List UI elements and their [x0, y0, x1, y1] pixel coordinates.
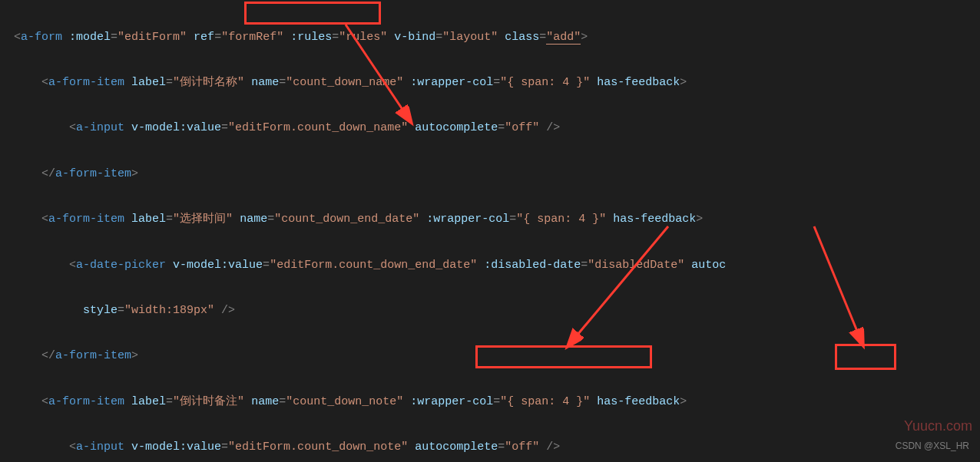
csdn-attribution: CSDN @XSL_HR — [896, 437, 969, 456]
code-block: <a-form :model="editForm" ref="formRef" … — [0, 0, 980, 462]
watermark-text: Yuucn.com — [904, 413, 972, 441]
